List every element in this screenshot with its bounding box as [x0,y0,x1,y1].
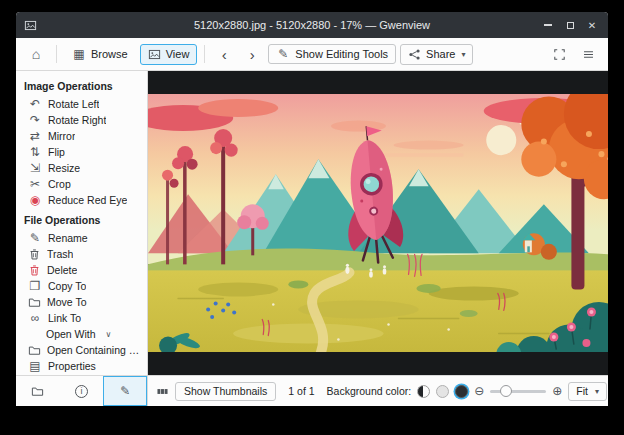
sidebar-item-resize[interactable]: ⇲ Resize [16,160,147,176]
pencil-icon: ✎ [276,48,290,60]
sidebar-item-label: Rotate Right [48,114,106,127]
crop-icon: ✂ [28,178,42,190]
forward-icon: › [246,47,258,62]
fullscreen-icon [553,48,566,61]
red-eye-icon: ◉ [28,194,42,206]
window-title: 5120x2880.jpg - 5120x2880 - 17% — Gwenvi… [76,19,548,31]
folder-icon [31,385,44,398]
image-icon [148,48,161,61]
maximize-button[interactable] [562,17,578,33]
sidebar-item-mirror[interactable]: ⇄ Mirror [16,128,147,144]
sidebar-item-open-containing-folder[interactable]: Open Containing Folder [16,342,147,358]
chevron-down-icon: ▾ [595,387,599,396]
show-editing-tools-button[interactable]: ✎ Show Editing Tools [268,44,396,64]
properties-icon: ▤ [28,360,42,372]
zoom-slider[interactable] [490,390,546,393]
section-title-file-operations: File Operations [16,208,147,230]
back-button[interactable]: ‹ [212,43,236,66]
resize-icon: ⇲ [28,162,42,174]
section-title-image-operations: Image Operations [16,74,147,96]
sidebar-item-label: Rename [48,232,88,245]
sidebar-item-trash[interactable]: Trash [16,246,147,262]
gwenview-app-icon [24,19,37,32]
fullscreen-button[interactable] [547,44,572,65]
zoom-out-icon[interactable]: ⊖ [474,385,484,397]
sidebar-item-reduce-red-eye[interactable]: ◉ Reduce Red Eye [16,192,147,208]
close-button[interactable]: ✕ [584,17,600,33]
sidebar-item-label: Properties [48,360,96,373]
view-mode-button[interactable]: View [140,44,198,65]
sidebar-item-rename[interactable]: ✎ Rename [16,230,147,246]
sidebar-item-label: Open Containing Folder [47,344,141,357]
home-icon: ⌂ [29,47,43,61]
statusbar: Show Thumbnails 1 of 1 Background color:… [148,376,608,406]
browse-label: Browse [91,48,128,60]
hamburger-menu-icon [582,48,595,61]
info-icon: i [75,385,88,398]
thumbnails-icon [156,385,169,398]
sidebar-item-delete[interactable]: Delete [16,262,147,278]
folder-icon [28,344,41,357]
toolbar-separator [204,45,205,63]
sidebar-item-crop[interactable]: ✂ Crop [16,176,147,192]
zoom-slider-handle[interactable] [500,385,512,397]
browse-mode-button[interactable]: ▦ Browse [64,44,136,64]
sidebar-item-label: Copy To [48,280,86,293]
forward-button[interactable]: › [240,43,264,66]
background-auto-swatch[interactable] [417,385,430,398]
sidebar-item-rotate-right[interactable]: ↷ Rotate Right [16,112,147,128]
pencil-icon: ✎ [118,385,132,397]
toolbar-separator [56,45,57,63]
sidebar-item-label: Move To [47,296,87,309]
share-icon [408,48,421,61]
tab-operations[interactable]: ✎ [103,376,147,406]
background-dark-swatch[interactable] [455,385,468,398]
tab-information[interactable]: i [60,376,104,406]
browse-icon: ▦ [72,48,86,60]
link-icon: ∞ [28,312,42,324]
zoom-mode-value: Fit [576,385,588,397]
viewed-image [148,94,608,353]
sidebar-item-label: Open With [46,328,96,341]
image-view-area[interactable] [148,71,608,375]
flip-icon: ⇅ [28,146,42,158]
sidebar-item-label: Reduce Red Eye [48,194,127,207]
sidebar-item-link-to[interactable]: ∞ Link To [16,310,147,326]
sidebar-item-label: Link To [48,312,81,325]
menu-button[interactable] [576,44,601,65]
page-indicator: 1 of 1 [288,385,314,397]
chevron-down-icon: ▾ [461,50,465,59]
zoom-mode-select[interactable]: Fit ▾ [568,382,607,401]
sidebar-item-open-with[interactable]: Open With ∨ [16,326,147,342]
sidebar-item-label: Rotate Left [48,98,99,111]
sidebar-item-move-to[interactable]: Move To [16,294,147,310]
tab-folders[interactable] [16,376,60,406]
sidebar-item-properties[interactable]: ▤ Properties [16,358,147,374]
sidebar-item-label: Mirror [48,130,75,143]
background-color-label: Background color: [327,385,412,397]
move-to-icon [28,296,41,309]
show-thumbnails-button[interactable]: Show Thumbnails [175,382,276,401]
show-thumbnails-label: Show Thumbnails [184,385,267,397]
main-toolbar: ⌂ ▦ Browse View ‹ › ✎ Show Editing Tools… [16,38,608,71]
delete-icon [28,264,41,277]
mirror-icon: ⇄ [28,130,42,142]
bottom-bar: i ✎ Show Thumbnails 1 of 1 Background co… [16,375,608,406]
sidebar-item-label: Flip [48,146,65,159]
background-light-swatch[interactable] [436,385,449,398]
sidebar-item-label: Resize [48,162,80,175]
copy-icon: ❐ [28,280,42,292]
sidebar-tabs: i ✎ [16,376,148,406]
sidebar-item-rotate-left[interactable]: ↶ Rotate Left [16,96,147,112]
sidebar-item-copy-to[interactable]: ❐ Copy To [16,278,147,294]
rotate-right-icon: ↷ [28,114,42,126]
gwenview-window: 5120x2880.jpg - 5120x2880 - 17% — Gwenvi… [16,12,608,406]
titlebar[interactable]: 5120x2880.jpg - 5120x2880 - 17% — Gwenvi… [16,12,608,38]
share-label: Share [426,48,455,60]
sidebar-item-flip[interactable]: ⇅ Flip [16,144,147,160]
home-button[interactable]: ⌂ [23,43,49,65]
zoom-in-icon[interactable]: ⊕ [552,385,562,397]
share-button[interactable]: Share ▾ [400,44,473,65]
view-label: View [166,48,190,60]
sidebar-item-label: Delete [47,264,77,277]
